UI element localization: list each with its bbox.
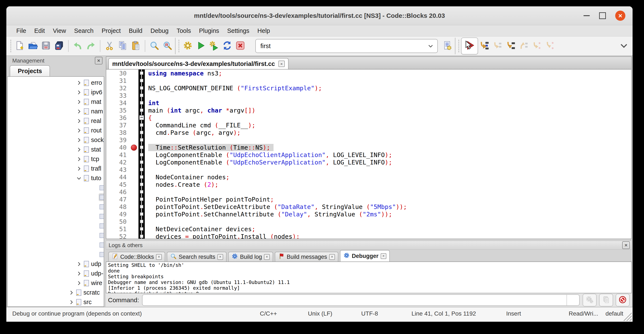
fold-collapse-icon[interactable]: −: [138, 114, 145, 120]
breakpoint-icon[interactable]: [131, 145, 137, 151]
chevron-right-icon[interactable]: [75, 127, 83, 134]
chevron-right-icon[interactable]: [75, 98, 83, 106]
fold-margin[interactable]: [138, 70, 145, 77]
menu-help[interactable]: Help: [254, 25, 274, 36]
log-tab-close-icon[interactable]: ×: [156, 254, 162, 260]
step-into-button[interactable]: [504, 39, 518, 53]
chevron-right-icon[interactable]: [75, 108, 83, 115]
log-tab-build-log[interactable]: Build log×: [228, 252, 273, 261]
title-bar[interactable]: mnt/dev/tools/source/ns-3-dev/examples/t…: [6, 6, 632, 25]
tree-item-sock[interactable]: sock: [8, 135, 104, 145]
tree-item-th[interactable]: th: [8, 250, 104, 259]
tree-item-fo[interactable]: fo: [8, 202, 104, 211]
line-number[interactable]: 31: [106, 77, 129, 84]
line-number[interactable]: 42: [106, 159, 129, 166]
tree-item-nam[interactable]: nam: [8, 107, 104, 116]
breakpoint-margin-empty[interactable]: [129, 107, 138, 114]
line-number[interactable]: 34: [106, 99, 129, 107]
breakpoint-margin-empty[interactable]: [129, 121, 138, 129]
tab-projects[interactable]: Projects: [10, 65, 50, 76]
breakpoint-margin-empty[interactable]: [129, 233, 138, 239]
menu-tools[interactable]: Tools: [172, 25, 195, 36]
line-number[interactable]: 44: [106, 174, 129, 181]
run-button[interactable]: [194, 39, 208, 53]
chevron-right-icon[interactable]: [75, 137, 83, 144]
fold-margin[interactable]: [138, 136, 145, 144]
fold-margin[interactable]: [138, 196, 145, 203]
chevron-right-icon[interactable]: [67, 299, 75, 306]
debug-continue-button[interactable]: [461, 38, 478, 55]
tree-item-trafl[interactable]: trafl: [8, 164, 104, 173]
log-tab-code-blocks[interactable]: Code::Blocks×: [108, 252, 165, 261]
tree-item-ipv6[interactable]: ipv6: [8, 88, 104, 97]
undo-button[interactable]: [71, 39, 84, 53]
line-number[interactable]: 43: [106, 166, 129, 173]
tree-item-erro[interactable]: erro: [8, 78, 104, 88]
tree-item-udp[interactable]: udp: [8, 259, 104, 269]
tree-item-he[interactable]: he: [8, 211, 104, 221]
project-tree[interactable]: erroipv6matnamrealroutsockstattcptrafltu…: [7, 76, 104, 307]
command-dropdown-chevron-icon[interactable]: [566, 295, 579, 305]
breakpoint-margin-empty[interactable]: [129, 84, 138, 92]
tree-item-fif[interactable]: fif: [8, 183, 104, 192]
line-number[interactable]: 46: [106, 188, 129, 196]
line-number[interactable]: 33: [106, 92, 129, 99]
copy-button[interactable]: [116, 39, 129, 53]
menu-file[interactable]: File: [12, 25, 30, 36]
fold-margin[interactable]: [138, 92, 145, 99]
chevron-right-icon[interactable]: [75, 270, 83, 277]
line-number[interactable]: 50: [106, 218, 129, 225]
line-number[interactable]: 51: [106, 225, 129, 233]
tree-item-tcp[interactable]: tcp: [8, 154, 104, 164]
rebuild-button[interactable]: [220, 39, 234, 53]
line-number[interactable]: 39: [106, 137, 129, 144]
breakpoint-margin-empty[interactable]: [129, 181, 138, 188]
line-number[interactable]: 37: [106, 122, 129, 129]
menu-debug[interactable]: Debug: [146, 25, 172, 36]
breakpoint-margin-empty[interactable]: [129, 151, 138, 159]
log-tab-close-icon[interactable]: ×: [329, 254, 335, 260]
breakpoint-margin-empty[interactable]: [129, 203, 138, 210]
breakpoint-margin-empty[interactable]: [129, 77, 138, 84]
breakpoint-margin-empty[interactable]: [129, 225, 138, 233]
line-number[interactable]: 48: [106, 203, 129, 210]
fold-margin[interactable]: [138, 129, 145, 136]
chevron-right-icon[interactable]: [75, 156, 83, 163]
menu-build[interactable]: Build: [125, 25, 146, 36]
line-number[interactable]: 47: [106, 196, 129, 203]
chevron-down-icon[interactable]: [75, 175, 83, 182]
fold-margin[interactable]: [138, 233, 145, 239]
code-area[interactable]: 30using namespace ns3;3132NS_LOG_COMPONE…: [106, 69, 631, 239]
breakpoint-margin-empty[interactable]: [129, 136, 138, 144]
run-to-cursor-button[interactable]: [478, 39, 491, 53]
save-all-button[interactable]: [52, 39, 66, 53]
fold-margin[interactable]: [138, 144, 145, 151]
chevron-right-icon[interactable]: [67, 289, 75, 296]
redo-button[interactable]: [84, 39, 98, 53]
cut-button[interactable]: [103, 39, 116, 53]
tree-item-se[interactable]: se: [8, 221, 104, 231]
build-and-run-button[interactable]: [208, 39, 220, 53]
tree-item-wire[interactable]: wire: [8, 278, 104, 288]
tree-item-six[interactable]: six: [8, 240, 104, 250]
menu-view[interactable]: View: [49, 25, 70, 36]
chevron-right-icon[interactable]: [75, 79, 83, 87]
tree-item-mat[interactable]: mat: [8, 97, 104, 107]
breakpoint-margin-empty[interactable]: [129, 218, 138, 225]
fold-margin[interactable]: [138, 151, 145, 159]
breakpoint-margin-empty[interactable]: [129, 129, 138, 136]
log-tab-debugger[interactable]: Debugger×: [340, 250, 390, 261]
breakpoint-margin-empty[interactable]: [129, 166, 138, 173]
fold-margin[interactable]: [138, 188, 145, 196]
line-number[interactable]: 40: [106, 144, 129, 151]
chevron-right-icon[interactable]: [75, 260, 83, 268]
fold-margin[interactable]: −: [138, 114, 145, 121]
line-number[interactable]: 35: [106, 107, 129, 114]
step-out-button[interactable]: [518, 39, 530, 53]
tree-item-se[interactable]: se: [8, 231, 104, 240]
tree-item-fir[interactable]: fir: [8, 192, 104, 202]
tree-item-tuto[interactable]: tuto: [8, 173, 104, 183]
breakpoint-margin[interactable]: [129, 144, 138, 151]
build-target-input[interactable]: [256, 42, 424, 50]
breakpoint-margin-empty[interactable]: [129, 188, 138, 196]
